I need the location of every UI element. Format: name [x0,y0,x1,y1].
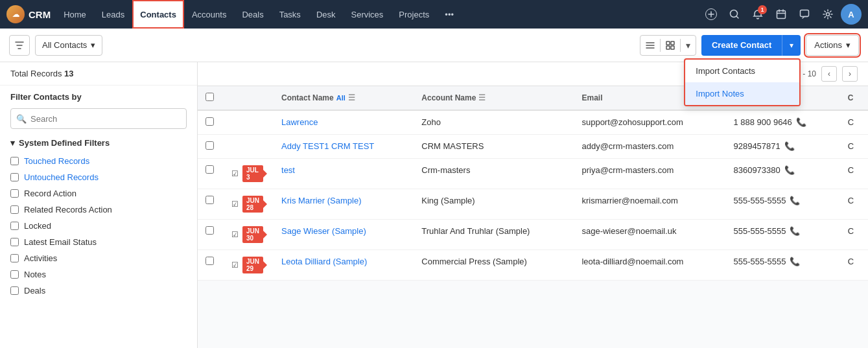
list-view-button[interactable] [640,35,660,56]
nav-desk[interactable]: Desk [309,0,344,29]
nav-services[interactable]: Services [344,0,392,29]
collapse-icon: ▾ [10,138,15,148]
calendar-icon[interactable] [771,4,792,25]
row-checkbox[interactable] [205,226,214,235]
filter-button[interactable] [9,35,30,56]
app-name: CRM [29,9,51,20]
nav-leads[interactable]: Leads [94,0,132,29]
row-checkbox[interactable] [205,196,214,204]
filter-notes[interactable]: Notes [10,266,187,283]
chat-icon[interactable] [794,4,815,25]
create-contact-dropdown-toggle[interactable]: ▾ [782,35,801,56]
col-last: C [840,86,868,110]
phone-icon[interactable]: 📞 [790,196,800,205]
table-row: ☑ JUN 28 Kris Marrier (Sample) King (Sam… [198,189,868,220]
contact-name-link[interactable]: Kris Marrier (Sample) [281,196,362,205]
chevron-down-icon: ▾ [91,40,95,50]
search-icon[interactable] [724,4,745,25]
contact-name-link[interactable]: Addy TEST1 CRM TEST [281,141,374,151]
settings-icon[interactable] [817,4,838,25]
view-toggle: ▾ [640,35,696,56]
contact-name-link[interactable]: Lawrence [281,117,318,127]
filter-locked[interactable]: Locked [10,218,187,234]
date-tag: JUN 28 [242,196,263,213]
col-account-name-menu-icon[interactable]: ☰ [478,93,486,102]
nav-more[interactable]: ••• [437,0,462,29]
row-checkbox[interactable] [205,117,214,126]
top-navigation: ☁ CRM Home Leads Contacts Accounts Deals… [0,0,868,29]
actions-button[interactable]: Actions ▾ [806,35,859,56]
date-tag: JUL 3 [242,165,263,182]
nav-contacts[interactable]: Contacts [132,0,184,29]
filter-items: Touched Records Untouched Records Record… [10,153,187,299]
check-icon: ☑ [231,169,239,178]
user-avatar[interactable]: A [841,4,862,25]
filter-related-records-action[interactable]: Related Records Action [10,202,187,218]
filter-record-action[interactable]: Record Action [10,185,187,202]
contact-name-link[interactable]: test [281,165,295,175]
table-row: Addy TEST1 CRM TEST CRM MASTERS addy@crm… [198,135,868,159]
row-checkbox[interactable] [205,141,214,150]
check-icon: ☑ [231,261,239,270]
tag-wrap: ☑ JUN 30 [231,226,266,243]
svg-point-4 [827,13,830,16]
actions-label: Actions [814,40,842,50]
grid-view-button[interactable] [661,35,680,56]
search-icon: 🔍 [16,114,27,124]
filter-untouched-records[interactable]: Untouched Records [10,169,187,185]
table-row: ☑ JUN 30 Sage Wieser (Sample) Truhlar An… [198,220,868,250]
check-icon: ☑ [231,230,239,239]
filter-touched-records[interactable]: Touched Records [10,153,187,169]
contact-name-link[interactable]: Sage Wieser (Sample) [281,226,366,236]
tag-wrap: ☑ JUL 3 [231,165,266,182]
phone-icon[interactable]: 📞 [796,117,806,127]
select-all-checkbox[interactable] [205,93,214,101]
svg-rect-3 [801,10,809,17]
row-checkbox[interactable] [205,165,214,174]
import-notes-item[interactable]: Import Notes [685,82,799,105]
system-filters-toggle[interactable]: ▾ System Defined Filters [10,138,187,148]
svg-rect-6 [671,41,674,45]
app-logo[interactable]: ☁ CRM [6,5,51,23]
nav-deals[interactable]: Deals [234,0,271,29]
pagination-prev[interactable]: ‹ [821,66,837,82]
search-box: 🔍 [10,108,187,129]
phone-cell: 555-555-5555 📞 [733,257,832,266]
filter-latest-email-status[interactable]: Latest Email Status [10,234,187,250]
phone-icon[interactable]: 📞 [784,141,795,151]
phone-icon[interactable]: 📞 [790,226,800,236]
col-contact-name: Contact Name All ☰ [274,86,414,110]
nav-right-actions: 1 A [701,4,862,25]
nav-tasks[interactable]: Tasks [272,0,309,29]
phone-cell: 555-555-5555 📞 [733,196,832,205]
filter-deals[interactable]: Deals [10,283,187,299]
filter-activities[interactable]: Activities [10,250,187,266]
all-contacts-dropdown[interactable]: All Contacts ▾ [35,35,102,56]
create-contact-dropdown-menu: Import Contacts Import Notes [684,58,801,106]
phone-icon[interactable]: 📞 [790,257,800,266]
contacts-table-body: Lawrence Zoho support@zohosupport.com 1 … [198,110,868,281]
svg-rect-2 [777,11,786,19]
col-account-name: Account Name ☰ [414,86,574,110]
nav-projects[interactable]: Projects [391,0,437,29]
phone-icon[interactable]: 📞 [784,165,795,175]
check-icon: ☑ [231,200,239,209]
pagination-next[interactable]: › [842,66,858,82]
col-contact-name-menu-icon[interactable]: ☰ [348,93,355,102]
system-filters-label: System Defined Filters [19,138,110,148]
create-contact-button[interactable]: Create Contact [701,35,782,56]
sidebar: Total Records 13 Filter Contacts by 🔍 ▾ … [0,62,198,348]
add-button[interactable] [701,4,721,25]
contact-name-link[interactable]: Leota Dilliard (Sample) [281,257,367,266]
notifications-icon[interactable]: 1 [747,4,768,25]
date-tag: JUN 29 [242,257,263,273]
import-contacts-item[interactable]: Import Contacts [685,60,799,82]
nav-accounts[interactable]: Accounts [184,0,234,29]
phone-cell: 1 888 900 9646 📞 [733,117,832,127]
phone-cell: 9289457871 📞 [733,141,832,151]
chevron-down-view-icon[interactable]: ▾ [681,35,696,56]
logo-icon: ☁ [6,5,25,23]
nav-home[interactable]: Home [56,0,94,29]
search-input[interactable] [30,114,181,124]
row-checkbox[interactable] [205,257,214,265]
